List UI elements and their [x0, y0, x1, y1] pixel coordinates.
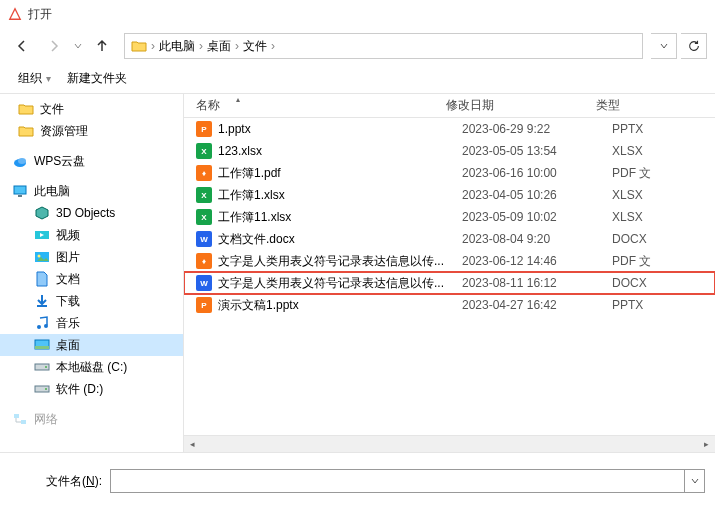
sidebar-item-16[interactable]: 网络 [0, 408, 183, 430]
doc-file-icon: W [196, 231, 212, 247]
svg-point-1 [18, 158, 26, 164]
xls-file-icon: X [196, 187, 212, 203]
sidebar-item-0[interactable]: 文件 [0, 98, 183, 120]
file-row[interactable]: P 演示文稿1.pptx 2023-04-27 16:42 PPTX [184, 294, 715, 316]
organize-menu[interactable]: 组织 ▾ [10, 66, 59, 91]
back-button[interactable] [8, 32, 36, 60]
svg-rect-7 [37, 305, 47, 307]
column-type[interactable]: 类型 [596, 97, 715, 114]
sidebar-item-3[interactable]: WPS云盘 [0, 150, 183, 172]
scroll-left-button[interactable]: ◂ [184, 436, 201, 453]
nav-bar: › 此电脑 › 桌面 › 文件 › [0, 28, 715, 64]
file-row[interactable]: ♦ 工作簿1.pdf 2023-06-16 10:00 PDF 文 [184, 162, 715, 184]
pdf-file-icon: ♦ [196, 253, 212, 269]
breadcrumb-desktop[interactable]: 桌面 [207, 38, 231, 55]
sidebar-item-label: WPS云盘 [34, 153, 85, 170]
desktop-icon [34, 337, 50, 353]
svg-point-8 [37, 325, 41, 329]
file-date: 2023-04-27 16:42 [462, 298, 612, 312]
sidebar-item-label: 音乐 [56, 315, 80, 332]
folder-icon [18, 101, 34, 117]
file-type: PDF 文 [612, 253, 651, 270]
file-date: 2023-06-12 14:46 [462, 254, 612, 268]
sidebar-item-label: 软件 (D:) [56, 381, 103, 398]
file-date: 2023-04-05 10:26 [462, 188, 612, 202]
svg-point-6 [38, 255, 41, 258]
title-bar: 打开 [0, 0, 715, 28]
up-button[interactable] [88, 32, 116, 60]
svg-rect-2 [14, 186, 26, 194]
sidebar-item-label: 下载 [56, 293, 80, 310]
sidebar-item-14[interactable]: 软件 (D:) [0, 378, 183, 400]
bottom-panel: 文件名(N): [0, 452, 715, 503]
column-headers: 名称 ▴ 修改日期 类型 [184, 94, 715, 118]
sidebar-item-11[interactable]: 音乐 [0, 312, 183, 334]
sidebar-item-10[interactable]: 下载 [0, 290, 183, 312]
download-icon [34, 293, 50, 309]
file-date: 2023-05-09 10:02 [462, 210, 612, 224]
file-name: 1.pptx [218, 122, 462, 136]
file-row[interactable]: X 工作簿1.xlsx 2023-04-05 10:26 XLSX [184, 184, 715, 206]
sidebar-item-label: 3D Objects [56, 206, 115, 220]
svg-rect-11 [35, 346, 49, 349]
file-name: 123.xlsx [218, 144, 462, 158]
new-folder-button[interactable]: 新建文件夹 [59, 66, 135, 91]
sidebar-item-label: 此电脑 [34, 183, 70, 200]
address-dropdown[interactable] [651, 33, 677, 59]
video-icon [34, 227, 50, 243]
file-row[interactable]: W 文档文件.docx 2023-08-04 9:20 DOCX [184, 228, 715, 250]
filename-input[interactable] [110, 469, 685, 493]
chevron-right-icon: › [235, 39, 239, 53]
window-title: 打开 [28, 6, 52, 23]
sort-arrow-icon: ▴ [236, 95, 240, 104]
chevron-right-icon: › [271, 39, 275, 53]
scroll-right-button[interactable]: ▸ [698, 436, 715, 453]
folder-icon [18, 123, 34, 139]
sidebar-item-8[interactable]: 图片 [0, 246, 183, 268]
sidebar-item-6[interactable]: 3D Objects [0, 202, 183, 224]
file-date: 2023-06-29 9:22 [462, 122, 612, 136]
sidebar-item-9[interactable]: 文档 [0, 268, 183, 290]
breadcrumb-folder[interactable]: 文件 [243, 38, 267, 55]
sidebar-item-7[interactable]: 视频 [0, 224, 183, 246]
svg-rect-3 [18, 195, 22, 197]
file-row[interactable]: X 123.xlsx 2023-05-05 13:54 XLSX [184, 140, 715, 162]
chevron-right-icon: › [199, 39, 203, 53]
pdf-file-icon: ♦ [196, 165, 212, 181]
sidebar-tree[interactable]: 文件资源管理WPS云盘此电脑3D Objects视频图片文档下载音乐桌面本地磁盘… [0, 94, 184, 452]
file-row[interactable]: P 1.pptx 2023-06-29 9:22 PPTX [184, 118, 715, 140]
3d-icon [34, 205, 50, 221]
thispc-icon [12, 183, 28, 199]
file-row[interactable]: X 工作簿11.xlsx 2023-05-09 10:02 XLSX [184, 206, 715, 228]
sidebar-item-12[interactable]: 桌面 [0, 334, 183, 356]
app-icon [8, 7, 22, 21]
history-dropdown[interactable] [72, 39, 84, 53]
file-type: PPTX [612, 122, 643, 136]
file-name: 演示文稿1.pptx [218, 297, 462, 314]
filename-dropdown[interactable] [685, 469, 705, 493]
file-name: 工作簿1.pdf [218, 165, 462, 182]
sidebar-item-13[interactable]: 本地磁盘 (C:) [0, 356, 183, 378]
refresh-button[interactable] [681, 33, 707, 59]
wpscloud-icon [12, 153, 28, 169]
address-bar[interactable]: › 此电脑 › 桌面 › 文件 › [124, 33, 643, 59]
sidebar-item-label: 本地磁盘 (C:) [56, 359, 127, 376]
file-list[interactable]: P 1.pptx 2023-06-29 9:22 PPTX X 123.xlsx… [184, 118, 715, 435]
column-date[interactable]: 修改日期 [446, 97, 596, 114]
svg-point-9 [44, 324, 48, 328]
sidebar-item-label: 资源管理 [40, 123, 88, 140]
breadcrumb-thispc[interactable]: 此电脑 [159, 38, 195, 55]
file-type: XLSX [612, 210, 643, 224]
forward-button[interactable] [40, 32, 68, 60]
column-name[interactable]: 名称 ▴ [196, 97, 446, 114]
sidebar-item-5[interactable]: 此电脑 [0, 180, 183, 202]
file-date: 2023-06-16 10:00 [462, 166, 612, 180]
file-name: 文档文件.docx [218, 231, 462, 248]
filename-label: 文件名(N): [10, 473, 110, 490]
sidebar-item-1[interactable]: 资源管理 [0, 120, 183, 142]
horizontal-scrollbar[interactable]: ◂ ▸ [184, 435, 715, 452]
disk-icon [34, 381, 50, 397]
sidebar-item-label: 桌面 [56, 337, 80, 354]
file-row[interactable]: ♦ 文字是人类用表义符号记录表达信息以传... 2023-06-12 14:46… [184, 250, 715, 272]
file-row[interactable]: W 文字是人类用表义符号记录表达信息以传... 2023-08-11 16:12… [184, 272, 715, 294]
